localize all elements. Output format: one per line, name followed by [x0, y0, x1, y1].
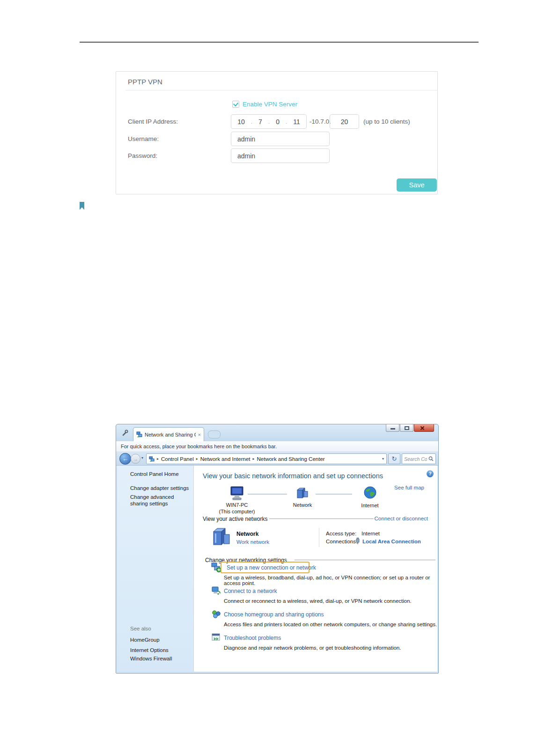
close-button[interactable] — [414, 424, 434, 432]
ethernet-plug-icon — [355, 537, 360, 544]
map-pc-subtitle: (This computer) — [216, 509, 258, 514]
active-network-name: Network — [236, 531, 258, 537]
tab-title: Network and Sharing Cent — [145, 432, 196, 437]
sidebar-see-also-label: See also — [130, 626, 151, 631]
work-network-link[interactable]: Work network — [236, 539, 269, 545]
sidebar-item-homegroup[interactable]: HomeGroup — [130, 637, 160, 643]
search-box[interactable]: Search Control... — [402, 453, 436, 464]
username-value: admin — [237, 135, 255, 143]
address-bar[interactable]: ▸ Control Panel ▸ Network and Internet ▸… — [146, 453, 387, 464]
map-internet-label: Internet — [349, 503, 391, 508]
internet-globe-icon — [364, 486, 376, 499]
ip-octet-1: 10 — [237, 118, 245, 126]
computer-icon — [229, 486, 245, 501]
breadcrumb-arrow-icon: ▸ — [157, 457, 159, 461]
refresh-button[interactable]: ↻ — [388, 453, 400, 464]
homegroup-icon — [211, 609, 221, 619]
breadcrumb-network-internet[interactable]: Network and Internet — [200, 456, 251, 462]
minimize-button[interactable] — [386, 424, 399, 432]
breadcrumb-arrow-icon: ▸ — [196, 457, 198, 461]
ip-octet-3: 0 — [276, 118, 280, 126]
setup-connection-icon — [211, 562, 221, 572]
password-value: admin — [237, 152, 255, 160]
sidebar-item-internet-options[interactable]: Internet Options — [130, 647, 169, 653]
ip-range-end-value: 20 — [341, 118, 348, 126]
active-network-divider — [319, 528, 319, 547]
ip-octet-2: 7 — [258, 118, 262, 126]
ip-range-prefix: -10.7.0. — [309, 118, 331, 125]
password-label: Password: — [128, 152, 157, 159]
enable-vpn-label: Enable VPN Server — [243, 101, 297, 108]
access-type-value: Internet — [361, 531, 380, 536]
page-header-rule — [80, 42, 479, 43]
username-input[interactable]: admin — [231, 132, 330, 146]
sidebar-item-change-advanced-sharing[interactable]: Change advanced sharing settings — [130, 494, 187, 507]
map-pc-name: WIN7-PC — [216, 502, 258, 508]
connect-or-disconnect-link[interactable]: Connect or disconnect — [375, 516, 428, 521]
see-full-map-link[interactable]: See full map — [394, 485, 424, 490]
active-networks-rule — [269, 519, 374, 519]
maximize-icon — [405, 426, 409, 430]
wrench-icon[interactable] — [121, 429, 129, 437]
client-ip-end-input[interactable]: 20 — [330, 114, 359, 129]
active-networks-header: View your active networks — [203, 516, 268, 522]
breadcrumb-arrow-icon: ▸ — [252, 457, 254, 461]
new-tab-button[interactable] — [208, 430, 221, 438]
troubleshoot-problems-link[interactable]: Troubleshoot problems — [224, 635, 281, 641]
setup-new-connection-desc: Set up a wireless, broadband, dial-up, a… — [224, 575, 437, 586]
help-button[interactable]: ? — [427, 470, 434, 477]
sidebar-item-windows-firewall[interactable]: Windows Firewall — [130, 656, 172, 661]
maximize-button[interactable] — [400, 424, 413, 432]
navigation-bar: ← → ▾ ▸ Control Panel ▸ Network and Inte… — [116, 452, 438, 466]
sidebar-item-change-adapter-settings[interactable]: Change adapter settings — [130, 485, 189, 491]
ip-dot: . — [268, 119, 270, 125]
breadcrumb-network-sharing-center[interactable]: Network and Sharing Center — [257, 456, 325, 462]
connect-network-icon — [211, 585, 221, 596]
enable-vpn-checkbox[interactable] — [232, 101, 239, 108]
network-location-icon — [149, 456, 155, 462]
map-network-label: Network — [281, 502, 324, 508]
page-title: View your basic network information and … — [203, 472, 383, 480]
network-sharing-center-window: Network and Sharing Cent × For quick acc… — [116, 424, 439, 674]
window-controls — [385, 424, 434, 432]
client-ip-start-input[interactable]: 10 . 7 . 0 . 11 — [231, 114, 307, 129]
minimize-icon — [391, 428, 395, 430]
username-label: Username: — [128, 135, 159, 142]
forward-button[interactable]: → — [131, 454, 140, 464]
access-type-label: Access type: — [326, 531, 356, 536]
main-pane: ? View your basic network information an… — [194, 466, 437, 672]
search-placeholder: Search Control... — [404, 456, 427, 462]
map-connector — [248, 494, 287, 495]
password-input[interactable]: admin — [231, 148, 330, 163]
map-connector — [316, 494, 352, 495]
ip-octet-4: 11 — [293, 118, 300, 126]
clients-hint: (up to 10 clients) — [363, 118, 410, 125]
ip-dot: . — [251, 119, 252, 125]
tab-network-sharing-center[interactable]: Network and Sharing Cent × — [133, 427, 204, 441]
sidebar: Control Panel Home Change adapter settin… — [117, 466, 194, 672]
breadcrumb-control-panel[interactable]: Control Panel — [161, 456, 194, 462]
pptp-vpn-panel: PPTP VPN Enable VPN Server Client IP Add… — [116, 71, 438, 194]
sidebar-item-control-panel-home[interactable]: Control Panel Home — [130, 471, 179, 477]
choose-homegroup-desc: Access files and printers located on oth… — [224, 622, 437, 627]
back-button[interactable]: ← — [119, 453, 131, 465]
connect-to-network-desc: Connect or reconnect to a wireless, wire… — [224, 598, 412, 604]
page: PPTP VPN Enable VPN Server Client IP Add… — [0, 0, 560, 741]
ip-dot: . — [286, 119, 287, 125]
connections-label: Connections: — [326, 539, 357, 544]
connect-to-network-link[interactable]: Connect to a network — [224, 588, 277, 594]
note-bookmark-icon — [80, 202, 84, 210]
networking-settings-rule — [295, 560, 435, 560]
client-ip-label: Client IP Address: — [128, 118, 178, 125]
setup-new-connection-link[interactable]: Set up a new connection or network — [227, 564, 316, 571]
address-dropdown-icon[interactable]: ▾ — [382, 457, 384, 461]
bookmarks-bar: For quick access, place your bookmarks h… — [116, 441, 438, 452]
search-icon — [428, 456, 434, 461]
local-area-connection-link[interactable]: Local Area Connection — [362, 539, 421, 544]
history-dropdown-icon[interactable]: ▾ — [141, 456, 143, 460]
tab-close-icon[interactable]: × — [198, 432, 201, 437]
save-button[interactable]: Save — [397, 178, 437, 192]
active-network-icon — [211, 527, 232, 548]
choose-homegroup-link[interactable]: Choose homegroup and sharing options — [224, 611, 324, 618]
troubleshoot-problems-desc: Diagnose and repair network problems, or… — [224, 645, 401, 651]
